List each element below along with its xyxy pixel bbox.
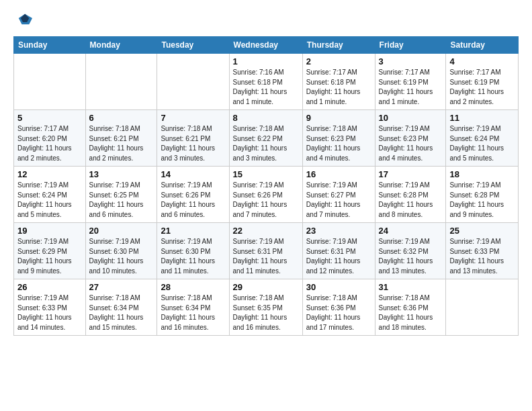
calendar-cell	[14, 54, 86, 110]
day-number: 6	[89, 113, 154, 123]
day-info: Sunrise: 7:18 AM Sunset: 6:21 PM Dayligh…	[89, 124, 154, 163]
header-saturday: Saturday	[446, 37, 519, 54]
day-info: Sunrise: 7:19 AM Sunset: 6:27 PM Dayligh…	[306, 181, 371, 220]
day-number: 13	[89, 169, 154, 179]
day-number: 1	[233, 56, 299, 66]
calendar-week-row: 12Sunrise: 7:19 AM Sunset: 6:24 PM Dayli…	[14, 167, 519, 223]
day-number: 21	[161, 226, 225, 236]
header-monday: Monday	[85, 37, 157, 54]
header-tuesday: Tuesday	[157, 37, 229, 54]
day-info: Sunrise: 7:17 AM Sunset: 6:18 PM Dayligh…	[306, 68, 371, 107]
day-info: Sunrise: 7:19 AM Sunset: 6:33 PM Dayligh…	[17, 293, 82, 332]
calendar-cell: 2Sunrise: 7:17 AM Sunset: 6:18 PM Daylig…	[302, 54, 375, 110]
day-info: Sunrise: 7:18 AM Sunset: 6:22 PM Dayligh…	[233, 124, 299, 163]
day-number: 2	[306, 56, 371, 66]
day-info: Sunrise: 7:19 AM Sunset: 6:28 PM Dayligh…	[379, 181, 443, 220]
calendar-cell	[85, 54, 157, 110]
calendar-cell: 28Sunrise: 7:18 AM Sunset: 6:34 PM Dayli…	[157, 279, 229, 336]
day-number: 19	[17, 226, 82, 236]
header-sunday: Sunday	[14, 37, 86, 54]
day-info: Sunrise: 7:19 AM Sunset: 6:33 PM Dayligh…	[449, 237, 515, 276]
calendar-cell: 17Sunrise: 7:19 AM Sunset: 6:28 PM Dayli…	[375, 167, 446, 223]
day-number: 12	[17, 169, 82, 179]
calendar-cell: 23Sunrise: 7:19 AM Sunset: 6:31 PM Dayli…	[302, 223, 375, 279]
header-friday: Friday	[375, 37, 446, 54]
day-number: 10	[379, 113, 443, 123]
day-info: Sunrise: 7:17 AM Sunset: 6:19 PM Dayligh…	[449, 68, 515, 107]
page: Sunday Monday Tuesday Wednesday Thursday…	[0, 0, 532, 411]
day-info: Sunrise: 7:19 AM Sunset: 6:28 PM Dayligh…	[449, 181, 515, 220]
calendar-cell: 6Sunrise: 7:18 AM Sunset: 6:21 PM Daylig…	[85, 110, 157, 167]
day-number: 18	[449, 169, 515, 179]
logo-icon	[13, 11, 32, 30]
calendar-cell: 8Sunrise: 7:18 AM Sunset: 6:22 PM Daylig…	[229, 110, 302, 167]
calendar-cell: 9Sunrise: 7:18 AM Sunset: 6:23 PM Daylig…	[302, 110, 375, 167]
calendar-cell: 19Sunrise: 7:19 AM Sunset: 6:29 PM Dayli…	[14, 223, 86, 279]
day-number: 26	[17, 282, 82, 292]
day-number: 16	[306, 169, 371, 179]
day-info: Sunrise: 7:18 AM Sunset: 6:34 PM Dayligh…	[161, 293, 225, 332]
calendar-week-row: 19Sunrise: 7:19 AM Sunset: 6:29 PM Dayli…	[14, 223, 519, 279]
day-info: Sunrise: 7:19 AM Sunset: 6:26 PM Dayligh…	[161, 181, 225, 220]
calendar-cell: 15Sunrise: 7:19 AM Sunset: 6:26 PM Dayli…	[229, 167, 302, 223]
day-info: Sunrise: 7:19 AM Sunset: 6:24 PM Dayligh…	[449, 124, 515, 163]
calendar-cell: 3Sunrise: 7:17 AM Sunset: 6:19 PM Daylig…	[375, 54, 446, 110]
calendar-cell	[446, 279, 519, 336]
day-info: Sunrise: 7:16 AM Sunset: 6:18 PM Dayligh…	[233, 68, 299, 107]
calendar-cell: 1Sunrise: 7:16 AM Sunset: 6:18 PM Daylig…	[229, 54, 302, 110]
calendar-cell: 13Sunrise: 7:19 AM Sunset: 6:25 PM Dayli…	[85, 167, 157, 223]
calendar-cell: 26Sunrise: 7:19 AM Sunset: 6:33 PM Dayli…	[14, 279, 86, 336]
calendar-week-row: 5Sunrise: 7:17 AM Sunset: 6:20 PM Daylig…	[14, 110, 519, 167]
calendar-cell: 10Sunrise: 7:19 AM Sunset: 6:23 PM Dayli…	[375, 110, 446, 167]
calendar-cell: 7Sunrise: 7:18 AM Sunset: 6:21 PM Daylig…	[157, 110, 229, 167]
day-number: 8	[233, 113, 299, 123]
day-number: 11	[449, 113, 515, 123]
calendar-cell: 30Sunrise: 7:18 AM Sunset: 6:36 PM Dayli…	[302, 279, 375, 336]
day-number: 29	[233, 282, 299, 292]
day-number: 4	[449, 56, 515, 66]
day-info: Sunrise: 7:19 AM Sunset: 6:31 PM Dayligh…	[306, 237, 371, 276]
calendar-week-row: 1Sunrise: 7:16 AM Sunset: 6:18 PM Daylig…	[14, 54, 519, 110]
day-info: Sunrise: 7:19 AM Sunset: 6:29 PM Dayligh…	[17, 237, 82, 276]
day-info: Sunrise: 7:19 AM Sunset: 6:24 PM Dayligh…	[17, 181, 82, 220]
day-number: 5	[17, 113, 82, 123]
day-number: 14	[161, 169, 225, 179]
day-number: 3	[379, 56, 443, 66]
calendar-cell: 27Sunrise: 7:18 AM Sunset: 6:34 PM Dayli…	[85, 279, 157, 336]
day-number: 31	[379, 282, 443, 292]
day-number: 15	[233, 169, 299, 179]
day-number: 17	[379, 169, 443, 179]
day-info: Sunrise: 7:19 AM Sunset: 6:23 PM Dayligh…	[379, 124, 443, 163]
day-number: 20	[89, 226, 154, 236]
logo	[13, 11, 35, 30]
calendar: Sunday Monday Tuesday Wednesday Thursday…	[13, 36, 519, 336]
calendar-cell: 12Sunrise: 7:19 AM Sunset: 6:24 PM Dayli…	[14, 167, 86, 223]
header	[13, 11, 519, 30]
calendar-cell: 29Sunrise: 7:18 AM Sunset: 6:35 PM Dayli…	[229, 279, 302, 336]
calendar-cell: 16Sunrise: 7:19 AM Sunset: 6:27 PM Dayli…	[302, 167, 375, 223]
day-info: Sunrise: 7:18 AM Sunset: 6:36 PM Dayligh…	[379, 293, 443, 332]
day-info: Sunrise: 7:19 AM Sunset: 6:26 PM Dayligh…	[233, 181, 299, 220]
day-number: 28	[161, 282, 225, 292]
day-info: Sunrise: 7:17 AM Sunset: 6:19 PM Dayligh…	[379, 68, 443, 107]
day-info: Sunrise: 7:18 AM Sunset: 6:36 PM Dayligh…	[306, 293, 371, 332]
day-number: 25	[449, 226, 515, 236]
day-info: Sunrise: 7:18 AM Sunset: 6:23 PM Dayligh…	[306, 124, 371, 163]
calendar-cell: 24Sunrise: 7:19 AM Sunset: 6:32 PM Dayli…	[375, 223, 446, 279]
day-info: Sunrise: 7:18 AM Sunset: 6:34 PM Dayligh…	[89, 293, 154, 332]
day-number: 9	[306, 113, 371, 123]
calendar-cell: 18Sunrise: 7:19 AM Sunset: 6:28 PM Dayli…	[446, 167, 519, 223]
header-thursday: Thursday	[302, 37, 375, 54]
day-number: 22	[233, 226, 299, 236]
day-info: Sunrise: 7:19 AM Sunset: 6:30 PM Dayligh…	[89, 237, 154, 276]
day-info: Sunrise: 7:19 AM Sunset: 6:32 PM Dayligh…	[379, 237, 443, 276]
day-info: Sunrise: 7:17 AM Sunset: 6:20 PM Dayligh…	[17, 124, 82, 163]
day-info: Sunrise: 7:18 AM Sunset: 6:35 PM Dayligh…	[233, 293, 299, 332]
calendar-cell: 20Sunrise: 7:19 AM Sunset: 6:30 PM Dayli…	[85, 223, 157, 279]
calendar-cell: 31Sunrise: 7:18 AM Sunset: 6:36 PM Dayli…	[375, 279, 446, 336]
day-info: Sunrise: 7:19 AM Sunset: 6:31 PM Dayligh…	[233, 237, 299, 276]
calendar-cell: 21Sunrise: 7:19 AM Sunset: 6:30 PM Dayli…	[157, 223, 229, 279]
day-info: Sunrise: 7:18 AM Sunset: 6:21 PM Dayligh…	[161, 124, 225, 163]
calendar-week-row: 26Sunrise: 7:19 AM Sunset: 6:33 PM Dayli…	[14, 279, 519, 336]
day-number: 27	[89, 282, 154, 292]
